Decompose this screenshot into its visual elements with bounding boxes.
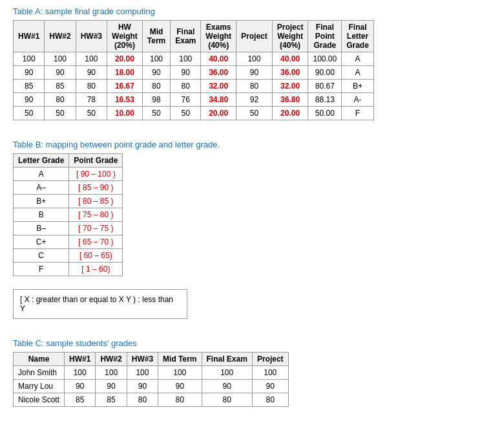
col-hw3-c: HW#3 <box>127 353 158 366</box>
table-row-cell: 50 <box>236 107 273 120</box>
table-row-cell: Marry Lou <box>14 380 65 393</box>
table-c-title: Table C: sample students' grades <box>13 338 491 348</box>
table-row-cell: 90.00 <box>308 66 342 80</box>
table-row-cell: 100 <box>65 366 96 380</box>
table-row-cell: 40.00 <box>201 52 236 66</box>
table-row-cell: 20.00 <box>201 107 236 120</box>
col-mid: MidTerm <box>142 21 170 52</box>
table-row-cell: 40.00 <box>272 52 308 66</box>
table-row-cell: 80 <box>236 80 273 93</box>
table-row-cell: 50 <box>76 107 107 120</box>
table-row-cell: 100 <box>14 52 45 66</box>
col-hw2-c: HW#2 <box>96 353 127 366</box>
table-b-title: Table B: mapping between point grade and… <box>13 140 491 149</box>
table-b-section: Table B: mapping between point grade and… <box>13 140 491 319</box>
table-row-cell: 80 <box>76 80 107 93</box>
table-row-cell: 100 <box>142 52 170 66</box>
range-cell: [ 80 – 85 ) <box>69 195 123 208</box>
col-fpg: FinalPointGrade <box>308 21 342 52</box>
table-row-cell: Nicole Scott <box>14 393 65 407</box>
table-row-cell: 50.00 <box>308 107 342 120</box>
table-row-cell: 80 <box>202 393 252 407</box>
table-row-cell: 98 <box>142 93 170 107</box>
table-row-cell: 100 <box>252 366 288 380</box>
table-a-section: Table A: sample final grade computing HW… <box>13 6 491 120</box>
table-row: 90807816.53987634.809236.8088.13A- <box>14 93 374 107</box>
table-row-cell: A- <box>342 93 374 107</box>
range-cell: [ 60 – 65) <box>69 249 123 263</box>
table-b: Letter Grade Point Grade A[ 90 – 100 )A–… <box>13 153 123 276</box>
range-cell: [ 65 – 70 ) <box>69 235 123 249</box>
table-row-cell: 100 <box>96 366 127 380</box>
table-row-cell: 80 <box>127 393 158 407</box>
table-row-cell: A <box>342 66 374 80</box>
table-row-cell: 18.00 <box>107 66 143 80</box>
table-row-cell: 50 <box>142 107 170 120</box>
table-row-cell: 80 <box>142 80 170 93</box>
table-row: B–[ 70 – 75 ) <box>14 222 123 235</box>
table-row-cell: 20.00 <box>107 52 143 66</box>
grade-note: [ X : greater than or equal to X Y ) : l… <box>13 289 187 319</box>
table-row-cell: 80.67 <box>308 80 342 93</box>
table-row-cell: 78 <box>76 93 107 107</box>
letter-grade-cell: F <box>14 263 69 276</box>
col-hww: HWWeight(20%) <box>107 21 143 52</box>
table-row-cell: 85 <box>96 393 127 407</box>
letter-grade-cell: B+ <box>14 195 69 208</box>
table-row-cell: 90 <box>76 66 107 80</box>
col-proj: Project <box>236 21 273 52</box>
table-row-cell: 36.80 <box>272 93 308 107</box>
table-row-cell: 32.00 <box>272 80 308 93</box>
table-row-cell: 90 <box>158 380 202 393</box>
table-row-cell: 100 <box>45 52 76 66</box>
table-row-cell: 100 <box>171 52 201 66</box>
table-row: C+[ 65 – 70 ) <box>14 235 123 249</box>
table-row-cell: 90 <box>252 380 288 393</box>
letter-grade-cell: A <box>14 168 69 181</box>
range-cell: [ 85 – 90 ) <box>69 181 123 195</box>
col-point-grade: Point Grade <box>69 154 123 168</box>
col-flg: FinalLetterGrade <box>342 21 374 52</box>
letter-grade-cell: C <box>14 249 69 263</box>
table-row: 85858016.67808032.008032.0080.67B+ <box>14 80 374 93</box>
col-hw2: HW#2 <box>45 21 76 52</box>
table-row-cell: 90 <box>45 66 76 80</box>
table-row-cell: 50 <box>45 107 76 120</box>
table-row-cell: 80 <box>252 393 288 407</box>
table-row-cell: A <box>342 52 374 66</box>
table-row-cell: 85 <box>65 393 96 407</box>
table-row-cell: 100 <box>202 366 252 380</box>
table-row-cell: 32.00 <box>201 80 236 93</box>
table-row-cell: 85 <box>14 80 45 93</box>
table-row-cell: 90 <box>14 93 45 107</box>
table-row-cell: 85 <box>45 80 76 93</box>
letter-grade-cell: B <box>14 208 69 222</box>
table-row-cell: 90 <box>127 380 158 393</box>
table-row-cell: 100.00 <box>308 52 342 66</box>
table-row: C[ 60 – 65) <box>14 249 123 263</box>
table-row-cell: 100 <box>127 366 158 380</box>
table-row: Nicole Scott858580808080 <box>14 393 289 407</box>
table-row-cell: F <box>342 107 374 120</box>
table-row: B[ 75 – 80 ) <box>14 208 123 222</box>
table-row-cell: 90 <box>202 380 252 393</box>
table-c: Name HW#1 HW#2 HW#3 Mid Term Final Exam … <box>13 352 289 407</box>
letter-grade-cell: C+ <box>14 235 69 249</box>
table-a: HW#1 HW#2 HW#3 HWWeight(20%) MidTerm Fin… <box>13 20 374 120</box>
range-cell: [ 70 – 75 ) <box>69 222 123 235</box>
table-row-cell: 100 <box>158 366 202 380</box>
table-row-cell: 88.13 <box>308 93 342 107</box>
table-row-cell: 36.00 <box>272 66 308 80</box>
col-final: FinalExam <box>171 21 201 52</box>
table-row: 50505010.00505020.005020.0050.00F <box>14 107 374 120</box>
table-row-cell: 90 <box>65 380 96 393</box>
table-row: A–[ 85 – 90 ) <box>14 181 123 195</box>
table-row-cell: 92 <box>236 93 273 107</box>
range-cell: [ 1 – 60) <box>69 263 123 276</box>
table-row-cell: 36.00 <box>201 66 236 80</box>
range-cell: [ 90 – 100 ) <box>69 168 123 181</box>
table-a-title: Table A: sample final grade computing <box>13 6 491 16</box>
table-row-cell: 50 <box>171 107 201 120</box>
table-row: Marry Lou909090909090 <box>14 380 289 393</box>
table-row-cell: 20.00 <box>272 107 308 120</box>
